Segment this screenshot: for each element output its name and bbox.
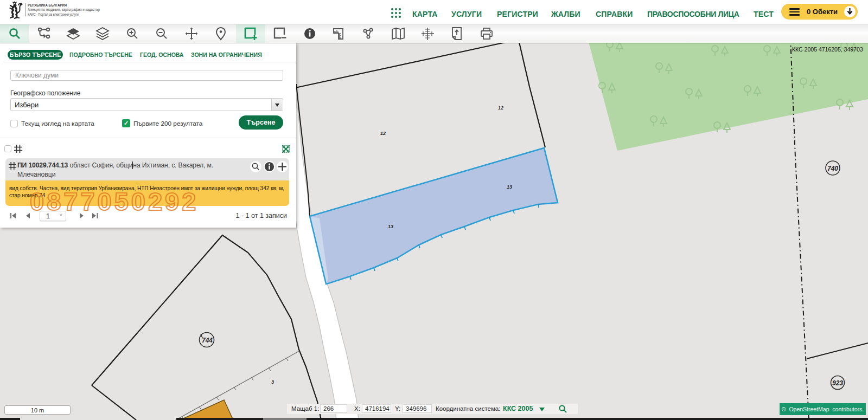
svg-text:13: 13 (507, 184, 512, 190)
svg-text:13: 13 (388, 224, 393, 229)
svg-text:12: 12 (380, 131, 386, 136)
svg-text:3: 3 (271, 379, 274, 385)
svg-text:740: 740 (827, 165, 838, 172)
svg-text:ККС 2005 4716205, 349703: ККС 2005 4716205, 349703 (792, 46, 863, 53)
svg-text:744: 744 (202, 337, 213, 344)
svg-text:12: 12 (498, 105, 503, 111)
svg-text:923: 923 (832, 379, 843, 387)
